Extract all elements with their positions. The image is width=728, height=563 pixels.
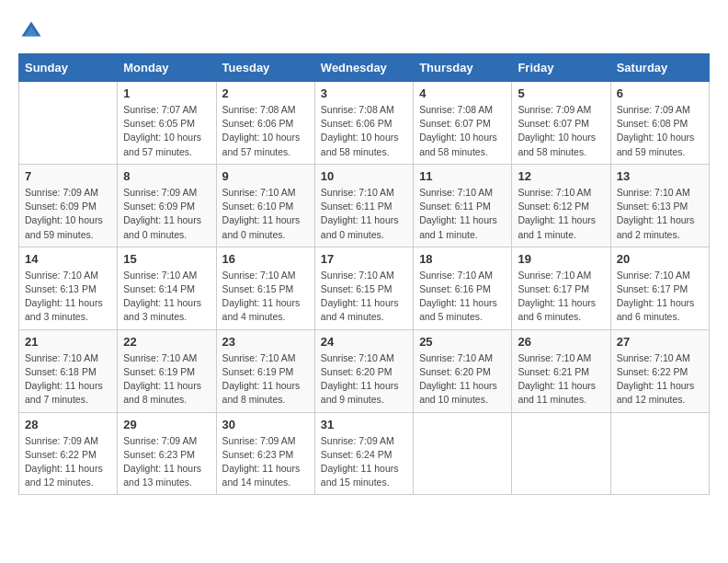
day-info: Sunrise: 7:10 AM Sunset: 6:20 PM Dayligh… [321, 351, 407, 408]
day-number: 16 [222, 252, 309, 266]
calendar-day-cell: 4Sunrise: 7:08 AM Sunset: 6:07 PM Daylig… [414, 82, 512, 165]
calendar-header-row: SundayMondayTuesdayWednesdayThursdayFrid… [19, 54, 710, 82]
day-info: Sunrise: 7:10 AM Sunset: 6:11 PM Dayligh… [419, 186, 506, 242]
day-info: Sunrise: 7:09 AM Sunset: 6:09 PM Dayligh… [25, 186, 111, 242]
day-number: 13 [617, 169, 703, 183]
day-number: 31 [321, 418, 407, 431]
day-number: 7 [25, 169, 111, 183]
day-info: Sunrise: 7:09 AM Sunset: 6:08 PM Dayligh… [617, 103, 703, 159]
day-info: Sunrise: 7:08 AM Sunset: 6:06 PM Dayligh… [321, 103, 407, 159]
day-info: Sunrise: 7:10 AM Sunset: 6:15 PM Dayligh… [321, 269, 407, 325]
calendar-day-cell: 14Sunrise: 7:10 AM Sunset: 6:13 PM Dayli… [19, 247, 118, 329]
day-number: 3 [321, 86, 407, 100]
calendar-day-cell: 16Sunrise: 7:10 AM Sunset: 6:15 PM Dayli… [216, 247, 314, 329]
day-number: 23 [222, 335, 309, 349]
day-info: Sunrise: 7:09 AM Sunset: 6:23 PM Dayligh… [123, 434, 210, 490]
calendar-day-cell: 1Sunrise: 7:07 AM Sunset: 6:05 PM Daylig… [118, 82, 216, 165]
calendar-day-cell: 17Sunrise: 7:10 AM Sunset: 6:15 PM Dayli… [314, 247, 413, 329]
calendar-day-cell: 28Sunrise: 7:09 AM Sunset: 6:22 PM Dayli… [19, 412, 118, 495]
calendar-day-cell: 22Sunrise: 7:10 AM Sunset: 6:19 PM Dayli… [118, 329, 216, 412]
day-number: 8 [123, 169, 210, 183]
calendar-day-cell: 11Sunrise: 7:10 AM Sunset: 6:11 PM Dayli… [414, 164, 512, 247]
day-of-week-header: Saturday [610, 54, 709, 82]
calendar-day-cell: 18Sunrise: 7:10 AM Sunset: 6:16 PM Dayli… [414, 247, 512, 329]
day-number: 24 [321, 335, 407, 349]
calendar-week-row: 21Sunrise: 7:10 AM Sunset: 6:18 PM Dayli… [19, 329, 710, 412]
day-info: Sunrise: 7:09 AM Sunset: 6:07 PM Dayligh… [518, 103, 604, 159]
day-number: 10 [321, 169, 407, 183]
day-info: Sunrise: 7:08 AM Sunset: 6:06 PM Dayligh… [222, 103, 309, 159]
day-info: Sunrise: 7:10 AM Sunset: 6:19 PM Dayligh… [123, 351, 210, 408]
calendar-day-cell: 2Sunrise: 7:08 AM Sunset: 6:06 PM Daylig… [216, 82, 314, 165]
day-info: Sunrise: 7:10 AM Sunset: 6:10 PM Dayligh… [222, 186, 309, 242]
calendar-day-cell: 15Sunrise: 7:10 AM Sunset: 6:14 PM Dayli… [118, 247, 216, 329]
day-info: Sunrise: 7:09 AM Sunset: 6:09 PM Dayligh… [123, 186, 210, 242]
day-info: Sunrise: 7:10 AM Sunset: 6:15 PM Dayligh… [222, 269, 309, 325]
day-number: 12 [518, 169, 604, 183]
calendar-week-row: 28Sunrise: 7:09 AM Sunset: 6:22 PM Dayli… [19, 412, 710, 495]
day-info: Sunrise: 7:10 AM Sunset: 6:13 PM Dayligh… [617, 186, 703, 242]
day-number: 18 [419, 252, 506, 266]
day-info: Sunrise: 7:10 AM Sunset: 6:16 PM Dayligh… [419, 269, 506, 325]
calendar-week-row: 7Sunrise: 7:09 AM Sunset: 6:09 PM Daylig… [19, 164, 710, 247]
day-info: Sunrise: 7:10 AM Sunset: 6:20 PM Dayligh… [419, 351, 506, 408]
calendar-day-cell: 9Sunrise: 7:10 AM Sunset: 6:10 PM Daylig… [216, 164, 314, 247]
day-info: Sunrise: 7:08 AM Sunset: 6:07 PM Dayligh… [419, 103, 506, 159]
calendar-day-cell: 29Sunrise: 7:09 AM Sunset: 6:23 PM Dayli… [118, 412, 216, 495]
day-info: Sunrise: 7:10 AM Sunset: 6:19 PM Dayligh… [222, 351, 309, 408]
day-of-week-header: Friday [512, 54, 610, 82]
calendar-day-cell: 10Sunrise: 7:10 AM Sunset: 6:11 PM Dayli… [314, 164, 413, 247]
calendar-day-cell: 19Sunrise: 7:10 AM Sunset: 6:17 PM Dayli… [512, 247, 610, 329]
calendar-day-cell: 26Sunrise: 7:10 AM Sunset: 6:21 PM Dayli… [512, 329, 610, 412]
day-info: Sunrise: 7:10 AM Sunset: 6:11 PM Dayligh… [321, 186, 407, 242]
calendar-day-cell: 23Sunrise: 7:10 AM Sunset: 6:19 PM Dayli… [216, 329, 314, 412]
calendar-day-cell [512, 412, 610, 495]
calendar-day-cell: 20Sunrise: 7:10 AM Sunset: 6:17 PM Dayli… [610, 247, 709, 329]
calendar-day-cell [610, 412, 709, 495]
day-number: 25 [419, 335, 506, 349]
day-number: 14 [25, 252, 111, 266]
day-info: Sunrise: 7:10 AM Sunset: 6:14 PM Dayligh… [123, 269, 210, 325]
calendar-day-cell: 31Sunrise: 7:09 AM Sunset: 6:24 PM Dayli… [314, 412, 413, 495]
day-of-week-header: Monday [118, 54, 216, 82]
calendar-day-cell: 12Sunrise: 7:10 AM Sunset: 6:12 PM Dayli… [512, 164, 610, 247]
day-number: 22 [123, 335, 210, 349]
calendar-day-cell: 8Sunrise: 7:09 AM Sunset: 6:09 PM Daylig… [118, 164, 216, 247]
day-number: 11 [419, 169, 506, 183]
day-info: Sunrise: 7:10 AM Sunset: 6:22 PM Dayligh… [617, 351, 703, 408]
calendar-week-row: 14Sunrise: 7:10 AM Sunset: 6:13 PM Dayli… [19, 247, 710, 329]
calendar-day-cell: 6Sunrise: 7:09 AM Sunset: 6:08 PM Daylig… [610, 82, 709, 165]
day-info: Sunrise: 7:10 AM Sunset: 6:18 PM Dayligh… [25, 351, 111, 408]
calendar-day-cell [414, 412, 512, 495]
calendar-day-cell: 27Sunrise: 7:10 AM Sunset: 6:22 PM Dayli… [610, 329, 709, 412]
day-number: 28 [25, 418, 111, 431]
day-number: 5 [518, 86, 604, 100]
day-of-week-header: Thursday [414, 54, 512, 82]
day-number: 1 [123, 86, 210, 100]
logo-icon [18, 18, 44, 44]
day-info: Sunrise: 7:09 AM Sunset: 6:23 PM Dayligh… [222, 434, 309, 490]
day-number: 6 [617, 86, 703, 100]
page-header [18, 18, 710, 44]
calendar-day-cell: 25Sunrise: 7:10 AM Sunset: 6:20 PM Dayli… [414, 329, 512, 412]
calendar-day-cell: 3Sunrise: 7:08 AM Sunset: 6:06 PM Daylig… [314, 82, 413, 165]
day-number: 9 [222, 169, 309, 183]
calendar-day-cell: 7Sunrise: 7:09 AM Sunset: 6:09 PM Daylig… [19, 164, 118, 247]
day-number: 26 [518, 335, 604, 349]
day-number: 27 [617, 335, 703, 349]
day-number: 4 [419, 86, 506, 100]
day-info: Sunrise: 7:09 AM Sunset: 6:22 PM Dayligh… [25, 434, 111, 490]
calendar-day-cell [19, 82, 118, 165]
day-number: 2 [222, 86, 309, 100]
day-info: Sunrise: 7:09 AM Sunset: 6:24 PM Dayligh… [321, 434, 407, 490]
day-number: 30 [222, 418, 309, 431]
day-info: Sunrise: 7:10 AM Sunset: 6:17 PM Dayligh… [617, 269, 703, 325]
calendar-day-cell: 21Sunrise: 7:10 AM Sunset: 6:18 PM Dayli… [19, 329, 118, 412]
day-number: 20 [617, 252, 703, 266]
day-info: Sunrise: 7:10 AM Sunset: 6:13 PM Dayligh… [25, 269, 111, 325]
calendar-day-cell: 24Sunrise: 7:10 AM Sunset: 6:20 PM Dayli… [314, 329, 413, 412]
day-number: 17 [321, 252, 407, 266]
calendar-day-cell: 13Sunrise: 7:10 AM Sunset: 6:13 PM Dayli… [610, 164, 709, 247]
logo [18, 18, 50, 44]
day-info: Sunrise: 7:07 AM Sunset: 6:05 PM Dayligh… [123, 103, 210, 159]
